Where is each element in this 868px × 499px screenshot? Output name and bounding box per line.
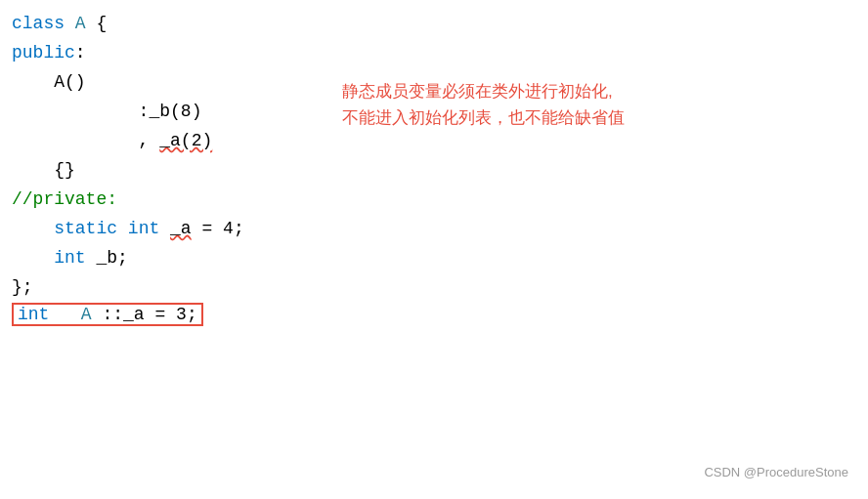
indent-8 (12, 215, 54, 243)
comment-private: //private: (12, 186, 117, 214)
code-line-2: public : (0, 39, 868, 68)
body-braces: {} (12, 156, 75, 185)
annotation-line-2: 不能进入初始化列表，也不能给缺省值 (342, 104, 625, 131)
space-8b (159, 215, 170, 243)
colon: : (75, 39, 86, 67)
code-line-5: , _a(2) (0, 127, 868, 156)
keyword-int-b: int (54, 244, 85, 272)
keyword-int-last: int (18, 305, 49, 324)
indent-9 (12, 244, 54, 272)
constructor: A() (12, 68, 86, 97)
code-editor: class A { public : A() :_b(8) , _a(2) {}… (0, 0, 868, 499)
code-line-8: static int _a = 4; (0, 215, 868, 244)
brace-open: { (86, 10, 108, 38)
scope-resolution: ::_a = 3; (102, 305, 196, 324)
assign-4: = 4; (192, 215, 244, 243)
keyword-public: public (12, 39, 75, 67)
init-b: :_b(8) (12, 98, 201, 126)
space-last (60, 305, 70, 324)
code-line-6: {} (0, 156, 868, 186)
code-line-10: }; (0, 273, 868, 303)
keyword-int-static: int (128, 215, 159, 243)
highlighted-line-wrapper: int A ::_a = 3; (0, 303, 868, 326)
annotation-line-1: 静态成员变量必须在类外进行初始化, (342, 78, 625, 104)
class-ref: A (81, 305, 92, 324)
comma: , (12, 127, 159, 155)
member-b: _b; (86, 244, 128, 272)
annotation-block: 静态成员变量必须在类外进行初始化, 不能进入初始化列表，也不能给缺省值 (342, 78, 625, 131)
class-name: A (65, 10, 86, 38)
init-a-squiggle: _a(2) (159, 127, 212, 155)
code-line-7: //private: (0, 186, 868, 215)
class-close: }; (12, 273, 33, 302)
watermark: CSDN @ProcedureStone (704, 465, 848, 479)
member-a-squiggle: _a (170, 215, 192, 243)
keyword-class: class (12, 10, 65, 38)
last-line-box: int A ::_a = 3; (12, 303, 203, 326)
keyword-static: static (54, 215, 117, 243)
space-8a (117, 215, 128, 243)
code-line-1: class A { (0, 10, 868, 39)
code-line-9: int _b; (0, 244, 868, 273)
